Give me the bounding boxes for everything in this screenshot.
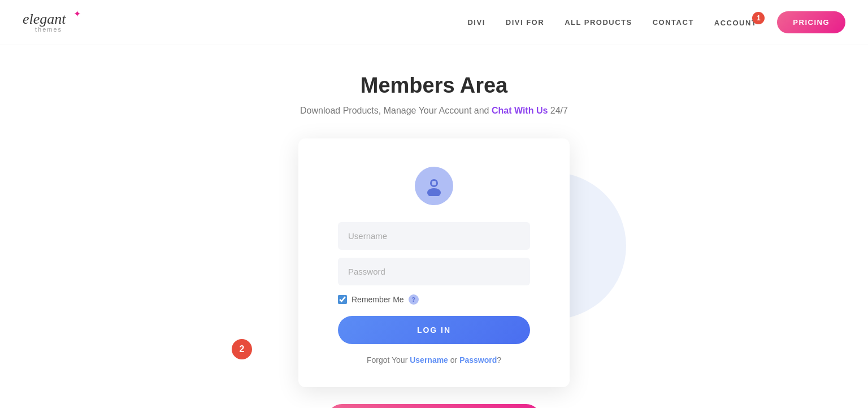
password-input[interactable]: [338, 258, 530, 285]
nav-area: DIVI DIVI FOR ALL PRODUCTS CONTACT ACCOU…: [467, 11, 845, 33]
nav-divi-for[interactable]: DIVI FOR: [506, 18, 544, 27]
username-input[interactable]: [338, 222, 530, 250]
forgot-text: Forgot Your Username or Password?: [338, 355, 530, 364]
page-title: Members Area: [361, 73, 508, 98]
login-button[interactable]: LOG IN: [338, 316, 530, 344]
avatar-icon-area: [338, 167, 530, 205]
svg-point-5: [432, 181, 436, 185]
svg-point-4: [427, 188, 441, 196]
logo-svg: elegant ✦ themes: [23, 6, 90, 37]
remember-me-row: Remember Me ?: [338, 294, 530, 305]
logo[interactable]: elegant ✦ themes: [23, 6, 90, 39]
remember-me-help-icon[interactable]: ?: [409, 294, 419, 305]
nav-account[interactable]: ACCOUNT: [714, 19, 757, 27]
main-nav: DIVI DIVI FOR ALL PRODUCTS CONTACT ACCOU…: [467, 18, 757, 28]
chat-with-us-link[interactable]: Chat With Us: [492, 106, 548, 115]
login-card-wrapper: Remember Me ? LOG IN Forgot Your Usernam…: [264, 138, 604, 408]
remember-me-label: Remember Me: [351, 295, 404, 304]
forgot-or: or: [448, 355, 459, 364]
annotation-badge-2: 2: [232, 339, 252, 359]
forgot-username-link[interactable]: Username: [410, 355, 448, 364]
subtitle-text-before: Download Products, Manage Your Account a…: [300, 106, 492, 115]
nav-contact[interactable]: CONTACT: [653, 18, 694, 27]
avatar: [415, 167, 453, 205]
nav-account-wrapper: ACCOUNT 1: [714, 18, 757, 28]
main-content: Members Area Download Products, Manage Y…: [0, 45, 868, 408]
header: elegant ✦ themes DIVI DIVI FOR ALL PRODU…: [0, 0, 868, 45]
nav-divi[interactable]: DIVI: [467, 18, 485, 27]
nav-all-products[interactable]: ALL PRODUCTS: [565, 18, 632, 27]
pricing-button[interactable]: PRICING: [777, 11, 845, 33]
forgot-after: ?: [497, 355, 501, 364]
svg-text:✦: ✦: [73, 9, 81, 19]
svg-text:themes: themes: [35, 26, 62, 33]
page-subtitle: Download Products, Manage Your Account a…: [300, 106, 568, 116]
forgot-password-link[interactable]: Password: [459, 355, 497, 364]
forgot-before: Forgot Your: [367, 355, 410, 364]
join-button[interactable]: NOT A MEMBER YET? JOIN TODAY!: [327, 404, 541, 408]
user-icon: [424, 176, 444, 196]
subtitle-text-after: 24/7: [548, 106, 568, 115]
login-card: Remember Me ? LOG IN Forgot Your Usernam…: [298, 138, 570, 387]
remember-me-checkbox[interactable]: [338, 295, 347, 304]
svg-text:elegant: elegant: [23, 11, 66, 27]
account-notification-badge: 1: [752, 12, 765, 24]
